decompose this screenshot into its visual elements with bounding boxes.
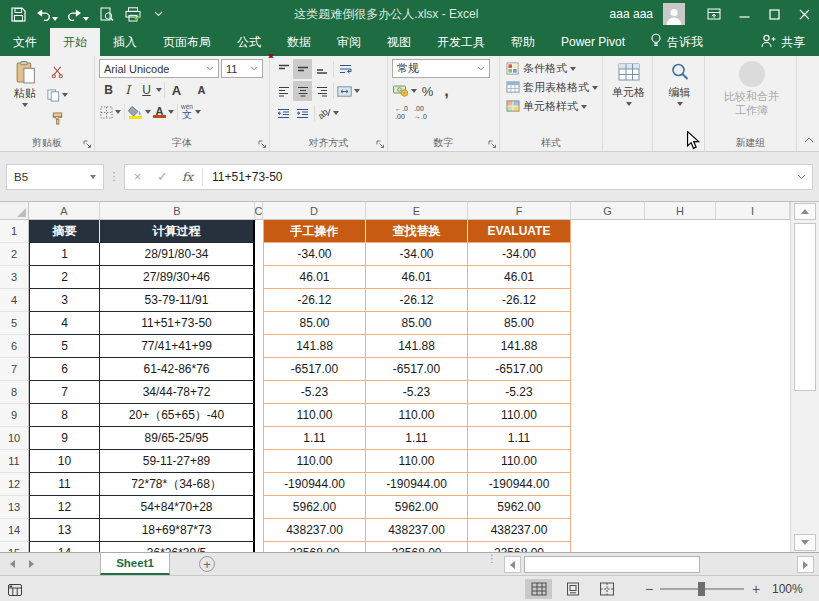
- cell-evaluate-result[interactable]: 46.01: [468, 266, 571, 289]
- cell-summary[interactable]: 11: [29, 473, 100, 496]
- share-button[interactable]: 共享: [747, 28, 819, 56]
- italic-button[interactable]: I: [118, 80, 137, 100]
- cell-empty[interactable]: [716, 289, 790, 312]
- cell-empty[interactable]: [716, 266, 790, 289]
- cell-empty[interactable]: [571, 450, 645, 473]
- format-painter-button[interactable]: [46, 108, 69, 128]
- column-header[interactable]: A: [29, 202, 100, 219]
- cell-manual-result[interactable]: -190944.00: [263, 473, 366, 496]
- cell-formula-text[interactable]: 20+（65+65）-40: [100, 404, 255, 427]
- cell-gap[interactable]: [255, 496, 263, 519]
- copy-dropdown-icon[interactable]: [62, 93, 68, 97]
- cell-formula-text[interactable]: 18+69*87*73: [100, 519, 255, 542]
- font-color-dropdown-icon[interactable]: [168, 110, 174, 114]
- cell-empty[interactable]: [716, 312, 790, 335]
- cell-formula-text[interactable]: 54+84*70+28: [100, 496, 255, 519]
- cell-replace-result[interactable]: -34.00: [366, 243, 468, 266]
- cell-summary[interactable]: 12: [29, 496, 100, 519]
- cell-empty[interactable]: [716, 427, 790, 450]
- cell-replace-result[interactable]: 85.00: [366, 312, 468, 335]
- cell-manual-result[interactable]: 110.00: [263, 450, 366, 473]
- cell-formula-text[interactable]: 72*78*（34-68）: [100, 473, 255, 496]
- cell-empty[interactable]: [571, 381, 645, 404]
- ribbon-tab[interactable]: Power Pivot: [548, 28, 638, 56]
- cell-manual-result[interactable]: -34.00: [263, 243, 366, 266]
- cell-replace-result[interactable]: 5962.00: [366, 496, 468, 519]
- cell-evaluate-result[interactable]: -190944.00: [468, 473, 571, 496]
- underline-button[interactable]: U: [137, 80, 156, 100]
- horizontal-scroll-thumb[interactable]: [524, 556, 700, 573]
- align-right-button[interactable]: [312, 81, 331, 101]
- cell-replace-result[interactable]: 110.00: [366, 404, 468, 427]
- cell-replace-result[interactable]: 46.01: [366, 266, 468, 289]
- cell-summary[interactable]: 10: [29, 450, 100, 473]
- cell-summary[interactable]: 4: [29, 312, 100, 335]
- cell-summary[interactable]: 14: [29, 542, 100, 552]
- row-header[interactable]: 5: [0, 312, 29, 335]
- cell-empty[interactable]: [645, 266, 716, 289]
- merge-center-button[interactable]: [336, 81, 361, 101]
- column-header[interactable]: C: [255, 202, 263, 219]
- cell-evaluate-result[interactable]: 85.00: [468, 312, 571, 335]
- cell-empty[interactable]: [645, 427, 716, 450]
- quick-print-icon[interactable]: [124, 6, 141, 23]
- cell-gap[interactable]: [255, 358, 263, 381]
- font-name-combo[interactable]: Arial Unicode: [99, 59, 219, 78]
- cell-summary[interactable]: 8: [29, 404, 100, 427]
- cell-evaluate-result[interactable]: -6517.00: [468, 358, 571, 381]
- format-as-table-dropdown-icon[interactable]: [592, 86, 598, 90]
- borders-button[interactable]: [99, 102, 122, 122]
- comma-style-button[interactable]: ,: [437, 81, 456, 101]
- cell-G1[interactable]: [571, 220, 645, 243]
- cell-empty[interactable]: [571, 358, 645, 381]
- cell-empty[interactable]: [571, 496, 645, 519]
- row-header[interactable]: 7: [0, 358, 29, 381]
- decrease-font-button[interactable]: A: [192, 80, 211, 100]
- phonetic-dropdown-icon[interactable]: [195, 110, 201, 114]
- cell-gap[interactable]: [255, 381, 263, 404]
- row-header[interactable]: 8: [0, 381, 29, 404]
- undo-button[interactable]: [36, 8, 58, 21]
- cell-H1[interactable]: [645, 220, 716, 243]
- cell-evaluate-result[interactable]: -26.12: [468, 289, 571, 312]
- cell-empty[interactable]: [716, 496, 790, 519]
- cells-button[interactable]: 单元格: [607, 59, 650, 106]
- cell-evaluate-result[interactable]: 141.88: [468, 335, 571, 358]
- cell-empty[interactable]: [716, 358, 790, 381]
- cell-empty[interactable]: [716, 519, 790, 542]
- cell-empty[interactable]: [645, 381, 716, 404]
- decrease-indent-button[interactable]: [274, 103, 293, 123]
- cell-D1[interactable]: 手工操作: [263, 220, 366, 243]
- sheet-tab-active[interactable]: Sheet1: [100, 553, 170, 575]
- editing-button[interactable]: 编辑: [657, 59, 702, 106]
- row-header[interactable]: 4: [0, 289, 29, 312]
- number-format-combo[interactable]: 常规: [392, 59, 490, 78]
- row-header[interactable]: 10: [0, 427, 29, 450]
- cell-empty[interactable]: [645, 473, 716, 496]
- font-size-combo[interactable]: 11: [221, 59, 263, 78]
- cell-empty[interactable]: [645, 542, 716, 552]
- cell-evaluate-result[interactable]: 110.00: [468, 404, 571, 427]
- cell-summary[interactable]: 2: [29, 266, 100, 289]
- cell-empty[interactable]: [716, 404, 790, 427]
- ribbon-display-options-icon[interactable]: [699, 0, 729, 28]
- underline-dropdown-icon[interactable]: [156, 88, 162, 92]
- column-header[interactable]: B: [100, 202, 255, 219]
- cell-empty[interactable]: [571, 542, 645, 552]
- row-header[interactable]: 12: [0, 473, 29, 496]
- cell-gap[interactable]: [255, 312, 263, 335]
- cell-I1[interactable]: [716, 220, 790, 243]
- cell-manual-result[interactable]: -26.12: [263, 289, 366, 312]
- paste-dropdown-icon[interactable]: [22, 103, 28, 107]
- cell-empty[interactable]: [645, 519, 716, 542]
- column-header[interactable]: F: [468, 202, 571, 219]
- cell-empty[interactable]: [716, 542, 790, 552]
- redo-dropdown-icon[interactable]: [83, 17, 89, 21]
- scroll-up-icon[interactable]: [794, 203, 816, 220]
- row-header[interactable]: 11: [0, 450, 29, 473]
- cell-gap[interactable]: [255, 266, 263, 289]
- scroll-left-icon[interactable]: [504, 556, 521, 573]
- cell-empty[interactable]: [571, 312, 645, 335]
- increase-decimal-button[interactable]: ←.0.00: [392, 103, 411, 123]
- format-as-table-button[interactable]: 套用表格格式: [506, 78, 600, 97]
